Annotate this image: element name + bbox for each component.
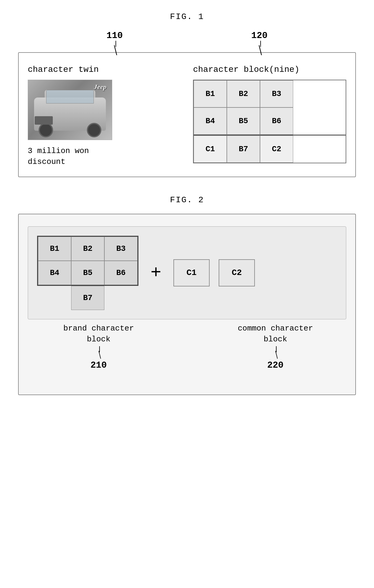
fig2-common-label-group: common character block ╲ 220 (223, 322, 328, 370)
fig1-discount-text: 3 million won discount (28, 145, 181, 168)
fig2-brand-label-group: brand character block ╲ 210 (46, 322, 151, 370)
grid-cell-b3: B3 (260, 80, 293, 107)
fig1-right-panel: character block(nine) B1 B2 B3 B4 B5 B6 … (193, 65, 346, 168)
fig2-ref-220: 220 (267, 360, 284, 370)
fig2-inner: B1 B2 B3 B4 B5 B6 B7 + (28, 226, 346, 319)
fig2-cell-b2: B2 (71, 237, 104, 261)
fig2-brand-block: B1 B2 B3 B4 B5 B6 B7 (37, 236, 138, 310)
fig2-container: B1 B2 B3 B4 B5 B6 B7 + (18, 214, 356, 395)
grid-cell-b4: B4 (194, 107, 227, 135)
ref-120-group: 120 ╲ (251, 30, 268, 55)
fig1-left-panel: character twin Jeep 3 million won discou… (28, 65, 181, 168)
fig2-cell-c2: C2 (219, 259, 255, 286)
grid-cell-b6: B6 (260, 107, 293, 135)
jeep-brand-text: Jeep (94, 83, 106, 91)
grid-cell-b7: B7 (227, 136, 260, 163)
fig1-title: FIG. 1 (18, 12, 356, 21)
char-block-grid: B1 B2 B3 B4 B5 B6 C1 B7 C2 (193, 80, 346, 163)
fig2-ref-210: 210 (90, 360, 107, 370)
grid-cell-b1: B1 (194, 80, 227, 107)
grid-cell-b5: B5 (227, 107, 260, 135)
page: FIG. 1 110 ╲ 120 ╲ character twin (0, 0, 374, 407)
fig2-common-cells: C1 C2 (173, 259, 255, 286)
jeep-wheel-left (39, 123, 53, 137)
fig2-plus-sign: + (151, 264, 161, 282)
fig2-cell-b6: B6 (104, 261, 138, 285)
jeep-wheel-right (87, 123, 101, 137)
grid-cell-c1: C1 (194, 136, 227, 163)
grid-row-1: B1 B2 B3 (194, 80, 346, 107)
grid-row-2: B4 B5 B6 (194, 107, 346, 135)
fig1-right-label: character block(nine) (193, 65, 346, 74)
grid-row-3: C1 B7 C2 (194, 135, 346, 163)
fig2-title: FIG. 2 (18, 195, 356, 205)
fig2-cell-c1: C1 (173, 259, 210, 286)
grid-cell-b2: B2 (227, 80, 260, 107)
jeep-image: Jeep (28, 80, 112, 140)
fig2-cell-b1: B1 (38, 237, 71, 261)
ref-120-label: 120 (251, 30, 268, 41)
ref-110-label: 110 (106, 30, 123, 41)
grid-cell-c2: C2 (260, 136, 293, 163)
fig2-cell-b5: B5 (71, 261, 104, 285)
fig1-left-label: character twin (28, 65, 181, 74)
fig2-cell-b7: B7 (71, 286, 104, 310)
fig2-cell-b3: B3 (104, 237, 138, 261)
fig1-container: character twin Jeep 3 million won discou… (18, 52, 356, 177)
fig2-common-block: C1 C2 (173, 259, 255, 286)
fig2-brand-label-text: brand character block (63, 323, 134, 345)
jeep-windshield (46, 90, 94, 104)
fig2-common-label-text: common character block (238, 323, 313, 345)
fig2-grid-row-1: B1 B2 B3 (38, 237, 138, 261)
fig2-cell-b4: B4 (38, 261, 71, 285)
ref-110-group: 110 ╲ (106, 30, 123, 55)
fig2-brand-top-grid: B1 B2 B3 B4 B5 B6 (37, 236, 138, 286)
fig2-grid-row-2: B4 B5 B6 (38, 261, 138, 285)
fig2-labels-area: brand character block ╲ 210 common chara… (28, 322, 346, 370)
jeep-grille (35, 116, 53, 125)
fig2-b7-row: B7 (37, 286, 138, 310)
